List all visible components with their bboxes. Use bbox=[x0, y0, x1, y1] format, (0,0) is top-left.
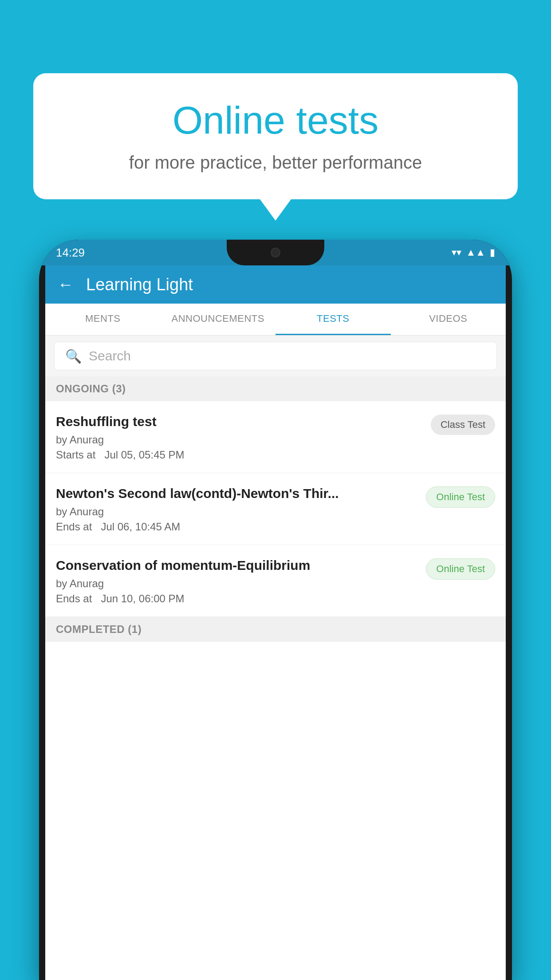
test-list: Reshuffling test by Anurag Starts at Jul… bbox=[45, 401, 506, 617]
ongoing-section-header: ONGOING (3) bbox=[45, 376, 506, 401]
tab-ments[interactable]: MENTS bbox=[45, 304, 161, 335]
test-author: by Anurag bbox=[56, 506, 417, 518]
test-info: Newton's Second law(contd)-Newton's Thir… bbox=[56, 485, 426, 533]
app-header: ← Learning Light bbox=[45, 265, 506, 304]
test-time: Ends at Jul 06, 10:45 AM bbox=[56, 521, 417, 533]
app-content: ← Learning Light MENTS ANNOUNCEMENTS TES… bbox=[45, 265, 506, 980]
battery-icon: ▮ bbox=[490, 247, 495, 258]
test-author: by Anurag bbox=[56, 577, 417, 590]
test-time: Ends at Jun 10, 06:00 PM bbox=[56, 593, 417, 605]
app-title: Learning Light bbox=[86, 275, 193, 294]
search-icon: 🔍 bbox=[65, 348, 82, 364]
tab-announcements[interactable]: ANNOUNCEMENTS bbox=[161, 304, 276, 335]
test-badge-class: Class Test bbox=[431, 415, 495, 435]
wifi-icon: ▾▾ bbox=[452, 247, 461, 258]
test-item[interactable]: Newton's Second law(contd)-Newton's Thir… bbox=[45, 473, 506, 545]
tab-videos[interactable]: VIDEOS bbox=[391, 304, 506, 335]
search-box[interactable]: 🔍 Search bbox=[54, 342, 497, 370]
test-item[interactable]: Conservation of momentum-Equilibrium by … bbox=[45, 545, 506, 617]
status-time: 14:29 bbox=[56, 246, 85, 260]
back-button[interactable]: ← bbox=[58, 275, 74, 294]
status-icons: ▾▾ ▲▲ ▮ bbox=[452, 247, 495, 258]
test-badge-online: Online Test bbox=[426, 486, 495, 508]
signal-icon: ▲▲ bbox=[466, 247, 485, 258]
search-container: 🔍 Search bbox=[45, 336, 506, 376]
bubble-title: Online tests bbox=[60, 98, 491, 143]
test-time: Starts at Jul 05, 05:45 PM bbox=[56, 449, 422, 461]
test-info: Reshuffling test by Anurag Starts at Jul… bbox=[56, 413, 431, 461]
test-title: Conservation of momentum-Equilibrium bbox=[56, 557, 417, 574]
test-title: Reshuffling test bbox=[56, 413, 422, 430]
search-placeholder: Search bbox=[89, 348, 131, 364]
test-author: by Anurag bbox=[56, 434, 422, 446]
tabs-bar: MENTS ANNOUNCEMENTS TESTS VIDEOS bbox=[45, 304, 506, 336]
tab-tests[interactable]: TESTS bbox=[276, 304, 391, 335]
test-item[interactable]: Reshuffling test by Anurag Starts at Jul… bbox=[45, 401, 506, 473]
test-badge-online: Online Test bbox=[426, 558, 495, 580]
test-title: Newton's Second law(contd)-Newton's Thir… bbox=[56, 485, 417, 502]
speech-bubble: Online tests for more practice, better p… bbox=[33, 73, 518, 199]
bubble-subtitle: for more practice, better performance bbox=[60, 153, 491, 173]
test-info: Conservation of momentum-Equilibrium by … bbox=[56, 557, 426, 605]
front-camera bbox=[271, 248, 280, 257]
phone-frame: 14:29 ▾▾ ▲▲ ▮ ← Learning Light MENTS ANN… bbox=[39, 240, 512, 980]
completed-section-header: COMPLETED (1) bbox=[45, 617, 506, 642]
phone-notch bbox=[227, 240, 324, 265]
